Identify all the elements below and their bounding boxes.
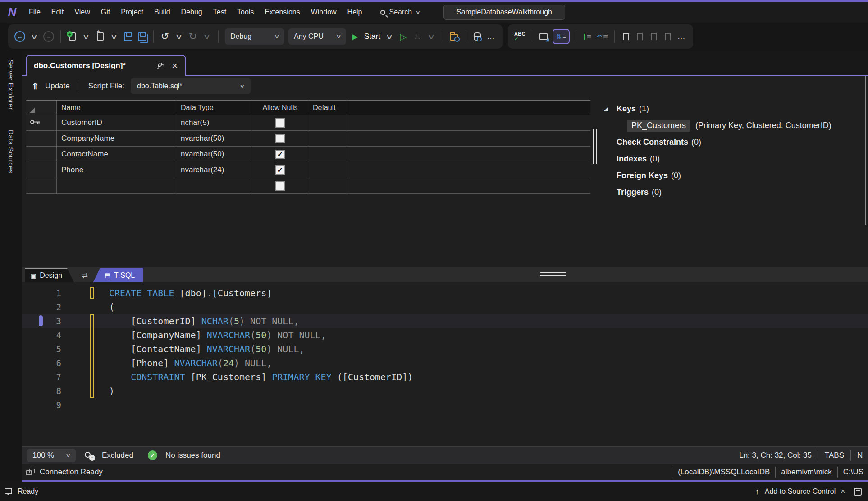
issues-label[interactable]: No issues found (165, 451, 220, 460)
allow-nulls-checkbox[interactable]: ✓ (275, 150, 285, 159)
save-all-button[interactable] (137, 30, 147, 43)
menu-test[interactable]: Test (208, 8, 232, 16)
close-icon[interactable]: ✕ (172, 61, 178, 71)
hot-reload-button[interactable]: ♨ (412, 30, 422, 43)
cell-allow-nulls[interactable] (252, 131, 308, 146)
new-file-button[interactable]: + (67, 30, 77, 43)
toolbar-overflow-button-2[interactable]: … (677, 30, 687, 43)
row-header-cell[interactable] (26, 178, 57, 193)
cell-allow-nulls[interactable]: ✓ (252, 147, 308, 162)
column-header-nulls[interactable]: Allow Nulls (252, 101, 308, 115)
menu-file[interactable]: File (23, 8, 46, 16)
code-line-9[interactable]: 9 (22, 398, 868, 412)
open-file-dropdown[interactable]: ∨ (107, 30, 121, 43)
decrease-indent-button[interactable]: ≡ (583, 30, 593, 43)
check-constraints-section[interactable]: Check Constraints(0) (617, 135, 831, 149)
code-line-1[interactable]: 1CREATE TABLE [dbo].[Customers] (22, 286, 868, 300)
side-tab-data-sources[interactable]: Data Sources (7, 130, 15, 174)
solution-name-box[interactable]: SampleDatabaseWalkthrough (443, 5, 565, 20)
side-tab-server-explorer[interactable]: Server Explorer (7, 60, 15, 110)
open-file-button[interactable]: ↱ (95, 30, 105, 43)
tsql-code-editor[interactable]: 1CREATE TABLE [dbo].[Customers]2(3 [Cust… (22, 282, 868, 446)
hot-reload-dropdown[interactable]: ∨ (425, 30, 439, 43)
file-path[interactable]: C:\US (843, 468, 863, 477)
code-line-2[interactable]: 2( (22, 300, 868, 314)
menu-git[interactable]: Git (96, 8, 115, 16)
find-in-files-button[interactable] (449, 30, 459, 43)
keys-section[interactable]: ◢ Keys (1) (604, 102, 831, 115)
navigate-back-button[interactable]: ← (14, 31, 25, 42)
script-file-dropdown[interactable]: dbo.Table.sql*∨ (131, 78, 251, 94)
tab-design[interactable]: ▣ Design (25, 268, 74, 282)
expanded-arrow-icon[interactable]: ◢ (604, 106, 617, 112)
toolbar-overflow-button[interactable]: … (486, 30, 496, 43)
allow-nulls-checkbox[interactable] (275, 181, 285, 191)
start-dropdown[interactable]: ∨ (383, 30, 397, 43)
cell-data-type[interactable]: nvarchar(50) (176, 131, 252, 146)
menu-window[interactable]: Window (306, 8, 342, 16)
feedback-icon[interactable] (5, 488, 12, 494)
clear-bookmarks-button[interactable] (663, 30, 673, 43)
column-header-def[interactable]: Default (308, 101, 347, 115)
excluded-label[interactable]: Excluded (102, 451, 133, 460)
pane-splitter-vertical[interactable] (593, 129, 597, 164)
redo-button[interactable]: ↻ (188, 30, 198, 43)
table-row[interactable]: CompanyNamenvarchar(50) (26, 131, 590, 147)
column-header-type[interactable]: Data Type (176, 101, 252, 115)
database-user[interactable]: albemivm\mick (781, 468, 831, 477)
cell-default[interactable] (308, 178, 347, 193)
grid-corner-cell[interactable] (26, 101, 57, 115)
cell-allow-nulls[interactable] (252, 178, 308, 193)
undo-button[interactable]: ↺ (160, 30, 170, 43)
menu-help[interactable]: Help (342, 8, 368, 16)
row-header-cell[interactable] (26, 115, 57, 130)
foreign-keys-section[interactable]: Foreign Keys(0) (617, 169, 831, 182)
tabs-indicator[interactable]: TABS (825, 451, 844, 460)
caret-position[interactable]: Ln: 3, Ch: 32, Col: 35 (739, 451, 812, 460)
update-button[interactable]: Update (45, 82, 70, 91)
debug-target-dropdown[interactable]: Debug∨ (225, 28, 284, 45)
menu-tools[interactable]: Tools (232, 8, 259, 16)
platform-dropdown[interactable]: Any CPU∨ (288, 28, 346, 45)
spell-check-button[interactable]: ABC✓ (514, 30, 525, 43)
pin-icon[interactable] (156, 62, 164, 70)
cell-data-type[interactable]: nvarchar(50) (176, 147, 252, 162)
start-debug-button[interactable]: ▶ (350, 30, 360, 43)
save-button[interactable] (123, 30, 133, 43)
toggle-comment-button[interactable] (539, 30, 548, 43)
tab-tsql[interactable]: ▤ T-SQL (93, 268, 143, 282)
zoom-level-dropdown[interactable]: 100 %∨ (27, 449, 76, 462)
menu-build[interactable]: Build (149, 8, 176, 16)
sync-selection-button[interactable]: ⇅≡ (553, 30, 570, 43)
cell-data-type[interactable]: nvarchar(24) (176, 162, 252, 178)
cell-name[interactable]: ContactName (57, 147, 176, 162)
code-line-5[interactable]: 5 [ContactName] NVARCHAR(50) NULL, (22, 342, 868, 356)
cell-name[interactable]: CompanyName (57, 131, 176, 146)
server-name[interactable]: (LocalDB)\MSSQLLocalDB (678, 468, 770, 477)
cell-default[interactable] (308, 147, 347, 162)
pane-splitter-handle[interactable] (540, 272, 566, 276)
row-header-cell[interactable] (26, 131, 57, 146)
row-header-cell[interactable] (26, 147, 57, 162)
cell-data-type[interactable] (176, 178, 252, 193)
designer-scrollbar[interactable] (865, 76, 866, 225)
primary-key-name[interactable]: PK_Customers (627, 120, 690, 132)
publish-database-button[interactable] (472, 30, 482, 43)
next-bookmark-button[interactable] (649, 30, 659, 43)
triggers-section[interactable]: Triggers(0) (617, 185, 831, 199)
menu-project[interactable]: Project (115, 8, 149, 16)
add-to-source-control-button[interactable]: Add to Source Control (765, 487, 836, 496)
table-row[interactable]: CustomerIDnchar(5) (26, 115, 590, 131)
indexes-section[interactable]: Indexes(0) (617, 152, 831, 165)
cell-default[interactable] (308, 131, 347, 146)
allow-nulls-checkbox[interactable] (275, 134, 285, 143)
start-label[interactable]: Start (364, 32, 380, 41)
column-header-name[interactable]: Name (57, 101, 176, 115)
toggle-bookmark-button[interactable] (621, 30, 631, 43)
primary-key-item[interactable]: PK_Customers (Primary Key, Clustered: Cu… (627, 119, 831, 132)
search-control[interactable]: Search ∨ (380, 8, 420, 16)
allow-nulls-checkbox[interactable]: ✓ (275, 165, 285, 175)
cell-name[interactable]: Phone (57, 162, 176, 178)
code-line-4[interactable]: 4 [CompanyName] NVARCHAR(50) NOT NULL, (22, 328, 868, 342)
cell-name[interactable]: CustomerID (57, 115, 176, 130)
